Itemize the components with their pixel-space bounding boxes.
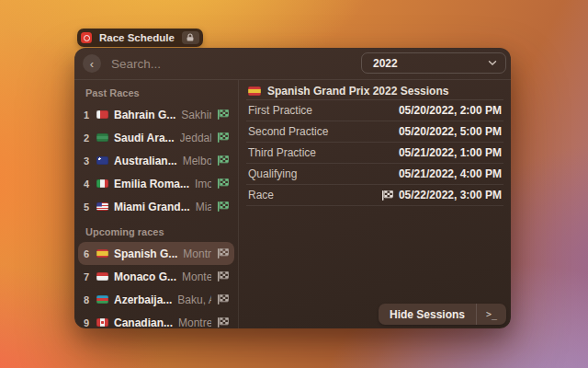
- checkered-flag-icon: [217, 294, 229, 305]
- checkered-flag-icon: [217, 201, 229, 212]
- year-dropdown[interactable]: 2022: [361, 52, 506, 74]
- race-number: 3: [82, 155, 91, 167]
- session-label: Second Practice: [248, 125, 328, 138]
- session-row: Qualifying05/21/2022, 4:00 PM: [246, 164, 503, 185]
- race-list: Past Races1Bahrain G...Sakhir, Bahr... 2…: [74, 80, 239, 328]
- section-label: Upcoming races: [85, 224, 238, 239]
- monaco-flag-icon: [96, 272, 108, 281]
- race-title: Spanish G...: [114, 247, 177, 260]
- checkered-flag-icon: [217, 271, 229, 282]
- race-title: Azerbaija...: [114, 293, 172, 306]
- race-location: Melbourne,...: [183, 155, 211, 167]
- race-location: Jeddah, Sa...: [180, 132, 211, 144]
- session-datetime: 05/21/2022, 1:00 PM: [399, 146, 502, 159]
- session-row: First Practice05/20/2022, 2:00 PM: [246, 100, 503, 121]
- session-label: Third Practice: [248, 146, 316, 159]
- race-list-item[interactable]: 3Australian...Melbourne,...: [78, 149, 234, 172]
- chevron-down-icon: [488, 60, 497, 66]
- lock-icon: [186, 33, 195, 42]
- session-value: 05/21/2022, 1:00 PM: [399, 146, 502, 159]
- sessions-panel: Spanish Grand Prix 2022 Sessions First P…: [239, 80, 511, 328]
- race-list-item[interactable]: 1Bahrain G...Sakhir, Bahr...: [78, 103, 234, 126]
- session-datetime: 05/20/2022, 2:00 PM: [399, 104, 502, 117]
- race-location: Miami, USA: [196, 201, 211, 213]
- back-button[interactable]: ‹: [83, 54, 101, 73]
- app-record-icon: [81, 32, 92, 43]
- race-number: 1: [82, 109, 91, 121]
- checkered-flag-icon: [217, 248, 229, 259]
- azerbaijan-flag-icon: [96, 295, 108, 304]
- session-label: Qualifying: [248, 167, 297, 180]
- saudi-arabia-flag-icon: [96, 133, 108, 142]
- window-title-badge: Race Schedule: [77, 29, 203, 47]
- race-location: Sakhir, Bahr...: [181, 109, 211, 121]
- session-value: 05/22/2022, 3:00 PM: [381, 189, 502, 201]
- italy-flag-icon: [96, 179, 108, 188]
- spain-flag-icon: [96, 249, 108, 258]
- session-datetime: 05/20/2022, 5:00 PM: [399, 125, 502, 138]
- session-value: 05/20/2022, 2:00 PM: [399, 104, 502, 117]
- race-number: 9: [82, 317, 91, 328]
- race-title: Emilia Roma...: [114, 178, 189, 190]
- race-number: 2: [82, 132, 91, 144]
- australia-flag-icon: [96, 156, 108, 165]
- checkered-flag-icon: [217, 132, 229, 143]
- race-number: 4: [82, 178, 91, 190]
- checkered-flag-icon: [217, 109, 229, 120]
- lock-chip: [182, 31, 199, 44]
- race-location: Baku, Azerb...: [177, 293, 211, 306]
- sessions-list: First Practice05/20/2022, 2:00 PMSecond …: [246, 100, 503, 206]
- section-label: Past Races: [85, 86, 238, 100]
- hide-sessions-label[interactable]: Hide Sessions: [379, 304, 476, 325]
- race-list-item[interactable]: 2Saudi Ara...Jeddah, Sa...: [78, 126, 234, 149]
- session-value: 05/21/2022, 4:00 PM: [399, 167, 502, 180]
- checkered-flag-icon: [381, 190, 393, 201]
- race-location: Imola, Italy: [195, 178, 211, 190]
- session-datetime: 05/21/2022, 4:00 PM: [399, 167, 502, 180]
- race-location: Monte-Carl...: [182, 270, 211, 283]
- session-label: First Practice: [248, 104, 312, 117]
- session-row: Third Practice05/21/2022, 1:00 PM: [246, 143, 503, 164]
- badge-title: Race Schedule: [97, 32, 176, 43]
- race-title: Bahrain G...: [114, 109, 175, 121]
- checkered-flag-icon: [217, 178, 229, 189]
- session-label: Race: [248, 189, 274, 201]
- race-location: Montreal, C...: [178, 316, 211, 329]
- race-list-item[interactable]: 9Canadian...Montreal, C...: [78, 311, 234, 328]
- race-title: Saudi Ara...: [114, 132, 175, 144]
- session-row: Race 05/22/2022, 3:00 PM: [246, 185, 503, 206]
- session-value: 05/20/2022, 5:00 PM: [399, 125, 502, 138]
- race-location: Montmeló,...: [183, 247, 211, 260]
- terminal-icon[interactable]: >_: [476, 304, 506, 325]
- race-list-item[interactable]: 5Miami Grand...Miami, USA: [78, 195, 234, 218]
- race-number: 5: [82, 201, 91, 213]
- usa-flag-icon: [96, 202, 108, 211]
- race-list-item[interactable]: 4Emilia Roma...Imola, Italy: [78, 172, 234, 195]
- session-datetime: 05/22/2022, 3:00 PM: [399, 189, 502, 201]
- race-title: Australian...: [114, 155, 177, 167]
- race-number: 7: [82, 271, 91, 282]
- sessions-header: Spanish Grand Prix 2022 Sessions: [246, 82, 503, 99]
- year-dropdown-value: 2022: [373, 57, 398, 70]
- race-list-item[interactable]: 6Spanish G...Montmeló,...: [78, 242, 234, 265]
- race-list-item[interactable]: 7Monaco G...Monte-Carl...: [78, 265, 234, 288]
- content: Past Races1Bahrain G...Sakhir, Bahr... 2…: [74, 80, 511, 328]
- race-schedule-window: ‹ 2022 Past Races1Bahrain G...Sakhir, Ba…: [74, 48, 511, 328]
- session-row: Second Practice05/20/2022, 5:00 PM: [246, 121, 503, 143]
- sessions-title: Spanish Grand Prix 2022 Sessions: [267, 85, 448, 98]
- race-list-item[interactable]: 8Azerbaija...Baku, Azerb...: [78, 288, 234, 311]
- race-title: Monaco G...: [114, 270, 176, 283]
- race-title: Canadian...: [114, 316, 173, 329]
- race-title: Miami Grand...: [114, 201, 190, 213]
- canada-flag-icon: [96, 318, 108, 327]
- race-number: 6: [82, 248, 91, 259]
- hide-sessions-button[interactable]: Hide Sessions >_: [379, 304, 506, 325]
- spain-flag-icon: [248, 86, 261, 96]
- checkered-flag-icon: [217, 155, 229, 166]
- checkered-flag-icon: [217, 317, 229, 328]
- race-number: 8: [82, 294, 91, 305]
- toolbar: ‹ 2022: [74, 48, 511, 80]
- bahrain-flag-icon: [96, 110, 108, 119]
